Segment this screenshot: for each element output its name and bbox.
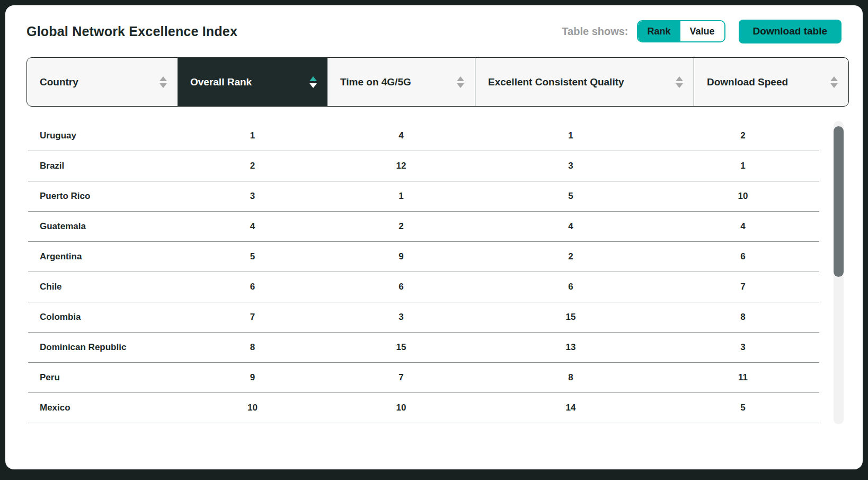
- overall-rank-cell: 5: [178, 251, 327, 262]
- download-speed-cell: 11: [667, 372, 819, 383]
- excellent-consistent-quality-cell: 13: [475, 342, 667, 353]
- sort-arrows-active-icon: [309, 76, 317, 88]
- country-cell: Colombia: [28, 312, 178, 322]
- overall-rank-cell: 1: [178, 130, 327, 141]
- overall-rank-cell: 2: [178, 161, 327, 171]
- column-header-label: Time on 4G/5G: [340, 76, 411, 88]
- download-speed-cell: 2: [667, 130, 819, 141]
- table-controls: Table shows: Rank Value Download table: [562, 20, 842, 43]
- table-row: Brazil 2 12 3 1: [28, 151, 819, 181]
- table-card: Global Network Excellence Index Table sh…: [5, 5, 863, 469]
- country-cell: Brazil: [28, 161, 178, 171]
- time-on-4g5g-cell: 3: [327, 312, 475, 322]
- country-cell: Uruguay: [28, 130, 178, 141]
- country-cell: Puerto Rico: [28, 191, 178, 202]
- overall-rank-cell: 10: [178, 403, 327, 413]
- download-speed-cell: 7: [667, 282, 819, 292]
- country-cell: Dominican Republic: [28, 342, 178, 353]
- sort-arrows-icon: [457, 76, 464, 88]
- country-cell: Guatemala: [28, 221, 178, 232]
- excellent-consistent-quality-cell: 3: [475, 161, 667, 171]
- time-on-4g5g-cell: 2: [327, 221, 475, 232]
- download-speed-cell: 5: [667, 403, 819, 413]
- overall-rank-cell: 4: [178, 221, 327, 232]
- excellent-consistent-quality-cell: 1: [475, 130, 667, 141]
- table-row: Chile 6 6 6 7: [28, 272, 819, 302]
- download-speed-cell: 8: [667, 312, 819, 322]
- time-on-4g5g-cell: 10: [327, 403, 475, 413]
- download-table-button[interactable]: Download table: [739, 20, 842, 43]
- table-row: Peru 9 7 8 11: [28, 363, 819, 393]
- excellent-consistent-quality-cell: 15: [475, 312, 667, 322]
- time-on-4g5g-cell: 9: [327, 251, 475, 262]
- table-header-row: Country Overall Rank Time on 4G/5G Excel…: [26, 57, 849, 107]
- country-cell: Mexico: [28, 403, 178, 413]
- table-body: Uruguay 1 4 1 2 Brazil 2 12 3 1 Puerto R…: [28, 121, 819, 423]
- table-row: Puerto Rico 3 1 5 10: [28, 181, 819, 212]
- table-row: Argentina 5 9 2 6: [28, 242, 819, 272]
- column-header-overall-rank[interactable]: Overall Rank: [178, 58, 327, 106]
- scrollbar-track[interactable]: [834, 121, 844, 424]
- sort-arrows-icon: [830, 76, 838, 88]
- column-header-country[interactable]: Country: [27, 58, 178, 106]
- excellent-consistent-quality-cell: 2: [475, 251, 667, 262]
- sort-arrows-icon: [160, 76, 167, 88]
- table-shows-label: Table shows:: [562, 25, 628, 38]
- overall-rank-cell: 8: [178, 342, 327, 353]
- time-on-4g5g-cell: 6: [327, 282, 475, 292]
- toggle-value-button[interactable]: Value: [680, 21, 724, 41]
- rank-value-toggle: Rank Value: [637, 20, 725, 42]
- table-row: Colombia 7 3 15 8: [28, 302, 819, 333]
- table-row: Dominican Republic 8 15 13 3: [28, 333, 819, 363]
- toggle-rank-button[interactable]: Rank: [638, 21, 680, 41]
- table-row: Uruguay 1 4 1 2: [28, 121, 819, 151]
- excellent-consistent-quality-cell: 4: [475, 221, 667, 232]
- column-header-excellent-consistent-quality[interactable]: Excellent Consistent Quality: [475, 58, 694, 106]
- overall-rank-cell: 3: [178, 191, 327, 202]
- time-on-4g5g-cell: 15: [327, 342, 475, 353]
- excellent-consistent-quality-cell: 14: [475, 403, 667, 413]
- country-cell: Peru: [28, 372, 178, 383]
- download-speed-cell: 1: [667, 161, 819, 171]
- overall-rank-cell: 6: [178, 282, 327, 292]
- time-on-4g5g-cell: 1: [327, 191, 475, 202]
- table-row: Guatemala 4 2 4 4: [28, 212, 819, 242]
- time-on-4g5g-cell: 4: [327, 130, 475, 141]
- excellent-consistent-quality-cell: 8: [475, 372, 667, 383]
- column-header-time-on-4g5g[interactable]: Time on 4G/5G: [327, 58, 475, 106]
- scrollbar-thumb[interactable]: [834, 126, 844, 277]
- column-header-label: Excellent Consistent Quality: [488, 76, 624, 88]
- excellent-consistent-quality-cell: 5: [475, 191, 667, 202]
- overall-rank-cell: 7: [178, 312, 327, 322]
- column-header-label: Country: [40, 76, 78, 88]
- country-cell: Chile: [28, 282, 178, 292]
- time-on-4g5g-cell: 7: [327, 372, 475, 383]
- download-speed-cell: 3: [667, 342, 819, 353]
- excellent-consistent-quality-cell: 6: [475, 282, 667, 292]
- country-cell: Argentina: [28, 251, 178, 262]
- download-speed-cell: 10: [667, 191, 819, 202]
- time-on-4g5g-cell: 12: [327, 161, 475, 171]
- column-header-label: Download Speed: [707, 76, 788, 88]
- column-header-download-speed[interactable]: Download Speed: [694, 58, 848, 106]
- sort-arrows-icon: [676, 76, 683, 88]
- card-header: Global Network Excellence Index Table sh…: [26, 5, 842, 57]
- column-header-label: Overall Rank: [190, 76, 252, 88]
- overall-rank-cell: 9: [178, 372, 327, 383]
- page-title: Global Network Excellence Index: [26, 24, 237, 39]
- download-speed-cell: 4: [667, 221, 819, 232]
- download-speed-cell: 6: [667, 251, 819, 262]
- table-row: Mexico 10 10 14 5: [28, 393, 819, 423]
